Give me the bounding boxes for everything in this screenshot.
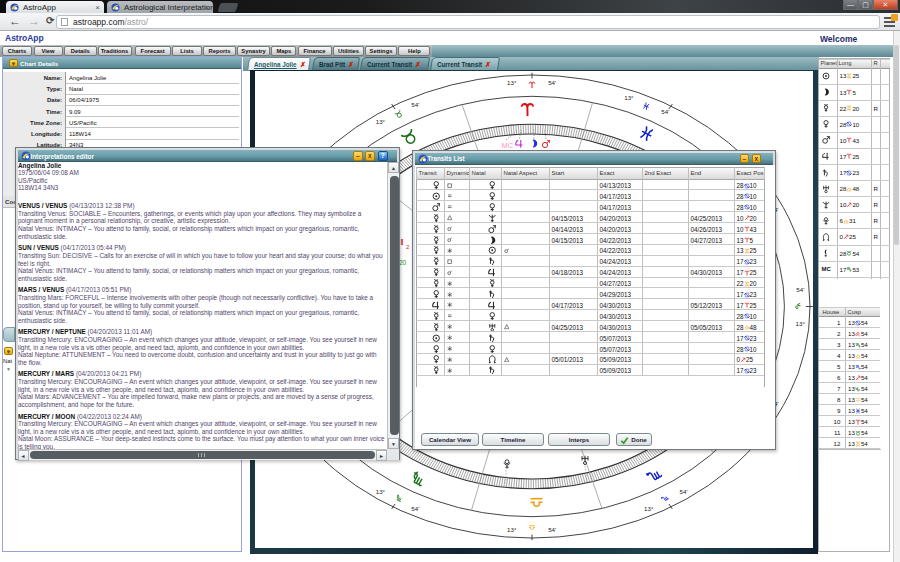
svg-text:13°: 13°	[507, 79, 517, 86]
svg-text:54': 54'	[680, 488, 688, 495]
svg-text:13°: 13°	[507, 526, 517, 533]
svg-text:54': 54'	[796, 286, 804, 293]
svg-text:54': 54'	[411, 101, 419, 108]
svg-text:54': 54'	[548, 79, 556, 86]
svg-text:13°: 13°	[644, 505, 654, 512]
svg-text:13°: 13°	[376, 118, 386, 125]
svg-text:54': 54'	[411, 505, 419, 512]
svg-text:2: 2	[406, 244, 410, 250]
svg-text:13°: 13°	[376, 488, 386, 495]
svg-text:54': 54'	[661, 108, 669, 115]
svg-text:54': 54'	[548, 526, 556, 533]
svg-text:MC: MC	[502, 141, 514, 150]
svg-text:13°: 13°	[796, 320, 806, 327]
svg-text:13°: 13°	[624, 94, 634, 101]
svg-text:20: 20	[399, 259, 407, 266]
